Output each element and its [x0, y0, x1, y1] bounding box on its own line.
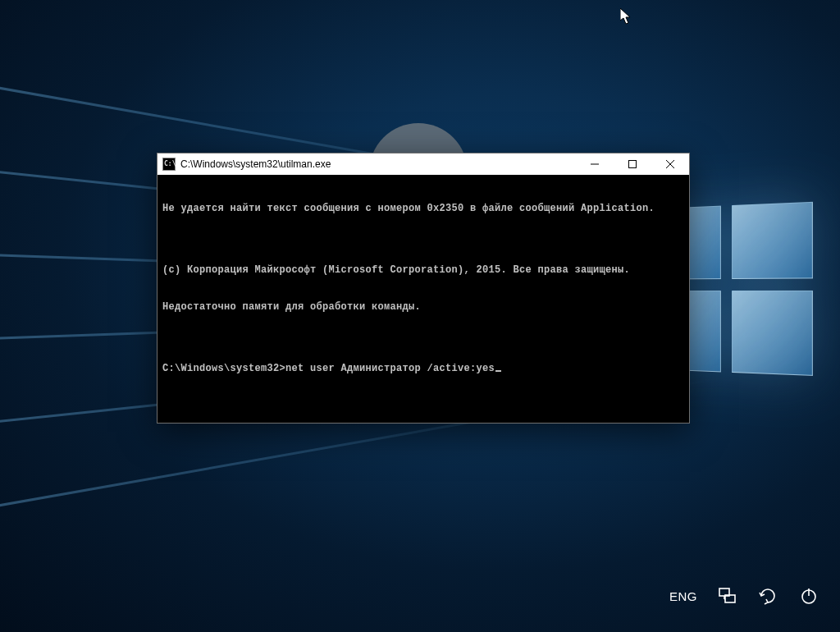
- login-screen-controls: ENG: [669, 584, 820, 607]
- ease-of-access-icon[interactable]: [756, 584, 779, 607]
- close-button[interactable]: [651, 153, 689, 175]
- svg-text:C:\: C:\: [164, 160, 176, 167]
- terminal-command-input: net user Администратор /active:yes: [285, 363, 495, 374]
- minimize-button[interactable]: [576, 153, 614, 175]
- svg-marker-13: [620, 8, 630, 24]
- language-indicator[interactable]: ENG: [669, 589, 697, 603]
- terminal-line: Недостаточно памяти для обработки команд…: [162, 301, 684, 314]
- text-cursor: [495, 370, 501, 372]
- terminal-line: Не удается найти текст сообщения с номер…: [162, 203, 684, 215]
- cmd-icon: C:\: [162, 158, 176, 171]
- maximize-button[interactable]: [614, 153, 651, 175]
- window-title: C:\Windows\system32\utilman.exe: [180, 158, 331, 170]
- terminal-prompt-line: C:\Windows\system32>net user Администрат…: [162, 363, 684, 375]
- svg-rect-4: [629, 161, 637, 168]
- terminal-line: (c) Корпорация Майкрософт (Microsoft Cor…: [162, 264, 684, 277]
- network-icon[interactable]: [715, 584, 738, 607]
- command-prompt-window: C:\ C:\Windows\system32\utilman.exe Не у…: [157, 153, 690, 424]
- power-icon[interactable]: [797, 584, 820, 607]
- mouse-cursor-icon: [620, 8, 632, 25]
- terminal-prompt: C:\Windows\system32>: [162, 363, 285, 374]
- terminal-output[interactable]: Не удается найти текст сообщения с номер…: [158, 175, 689, 423]
- window-titlebar[interactable]: C:\ C:\Windows\system32\utilman.exe: [158, 153, 689, 175]
